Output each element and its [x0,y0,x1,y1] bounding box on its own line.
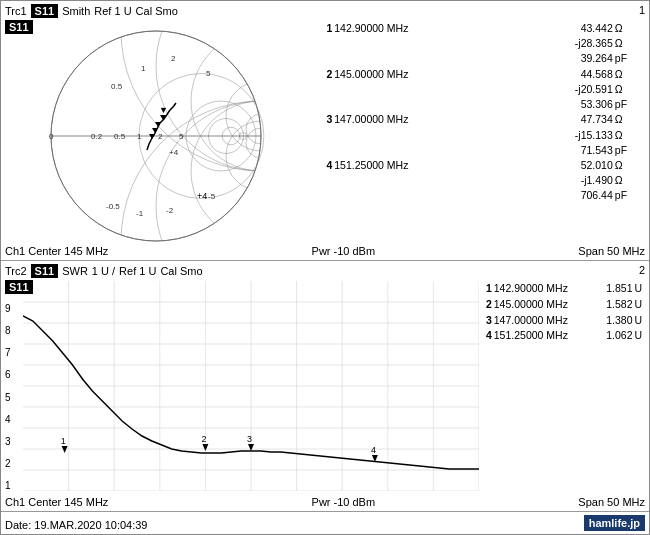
chart-type-top: Smith [62,5,90,17]
main-container: Trc1 S11 Smith Ref 1 U Cal Smo 1 S11 [1,1,649,534]
y-axis-labels: 10 9 8 7 6 5 4 3 2 1 [5,281,25,491]
marker-data-row: 39.264 pF [315,51,645,66]
swr-chart-area: 1 2 3 4 [23,281,479,491]
marker-data-row: -j15.133 Ω [315,128,645,143]
svg-text:▼: ▼ [159,105,168,115]
ch1-footer-bottom: Ch1 Center 145 MHz Pwr -10 dBm Span 50 M… [5,496,645,508]
top-right-data: 1 142.90000 MHz 43.442 Ω -j28.365 Ω 39.2… [311,1,649,260]
y-label-9: 9 [5,303,25,314]
s11-top-chart-badge: S11 [5,20,33,34]
ref-top: Ref 1 U [94,5,131,17]
marker-data-row: 2 145.00000 MHz 44.568 Ω [315,67,645,82]
svg-text:1: 1 [137,132,142,141]
footer-row: Date: 19.MAR.2020 10:04:39 hamlife.jp [1,512,649,534]
marker-data-row: 53.306 pF [315,97,645,112]
smith-chart-area: 0 0.2 0.5 1 2 5 0.5 1 2 5 -5 -2 -1 -0.5 … [1,1,311,260]
svg-text:0: 0 [49,132,54,141]
cal-bottom: Cal Smo [160,265,202,277]
marker-data-row: 1 142.90000 MHz 43.442 Ω [315,21,645,36]
y-label-2: 2 [5,458,25,469]
bottom-header: Trc2 S11 SWR 1 U / Ref 1 U Cal Smo [5,264,203,278]
trc2-label: Trc2 [5,265,27,277]
svg-text:-2: -2 [166,206,174,215]
date-time: Date: 19.MAR.2020 10:04:39 [5,519,147,531]
s11-bottom-badge: S11 [31,264,59,278]
ch1-pwr-top: Pwr -10 dBm [312,245,376,257]
y-label-1: 1 [5,480,25,491]
marker-data-row: -j1.490 Ω [315,173,645,188]
ch1-center-top: Ch1 Center 145 MHz [5,245,108,257]
svg-text:2: 2 [171,54,176,63]
ch1-footer-top: Ch1 Center 145 MHz Pwr -10 dBm Span 50 M… [5,245,645,257]
svg-text:+4: +4 [169,148,179,157]
scale-bottom: 1 U / [92,265,115,277]
svg-text:0.5: 0.5 [114,132,126,141]
chart-type-bottom: SWR [62,265,88,277]
svg-text:5: 5 [206,69,211,78]
ch2-span: Span 50 MHz [578,496,645,508]
marker-data-row: 71.543 pF [315,143,645,158]
y-label-4: 4 [5,414,25,425]
svg-text:4: 4 [371,445,376,455]
swr-marker-row: 3 147.00000 MHz 1.380 U [483,313,645,329]
s11-top-badge: S11 [31,4,59,18]
y-label-3: 3 [5,436,25,447]
marker-data-row: -j28.365 Ω [315,36,645,51]
svg-text:2: 2 [158,132,163,141]
marker-data-row: 4 151.25000 MHz 52.010 Ω [315,158,645,173]
marker-data-row: -j20.591 Ω [315,82,645,97]
y-label-8: 8 [5,325,25,336]
hamlife-badge: hamlife.jp [584,515,645,531]
marker-data-row: 706.44 pF [315,188,645,203]
swr-marker-row: 1 142.90000 MHz 1.851 U [483,281,645,297]
swr-marker-row: 4 151.25000 MHz 1.062 U [483,328,645,344]
smith-chart-svg: 0 0.2 0.5 1 2 5 0.5 1 2 5 -5 -2 -1 -0.5 … [11,21,301,251]
svg-text:-0.5: -0.5 [106,202,120,211]
y-label-5: 5 [5,392,25,403]
svg-text:1: 1 [141,64,146,73]
ch2-center: Ch1 Center 145 MHz [5,496,108,508]
marker-data-row: 3 147.00000 MHz 47.734 Ω [315,112,645,127]
bottom-right-data: 1 142.90000 MHz 1.851 U 2 145.00000 MHz … [483,281,645,344]
svg-text:1: 1 [61,436,66,446]
svg-text:5: 5 [179,132,184,141]
svg-text:-1: -1 [136,209,144,218]
ch1-span-top: Span 50 MHz [578,245,645,257]
ch2-pwr: Pwr -10 dBm [312,496,376,508]
y-label-6: 6 [5,369,25,380]
cal-top: Cal Smo [136,5,178,17]
svg-text:+4: +4 [197,191,207,201]
s11-bottom-chart-badge: S11 [5,280,33,294]
swr-marker-row: 2 145.00000 MHz 1.582 U [483,297,645,313]
svg-text:-5: -5 [208,192,216,201]
bottom-panel: Trc2 S11 SWR 1 U / Ref 1 U Cal Smo 2 S11 [1,261,649,512]
ch2-number: 2 [639,264,645,276]
svg-text:0.5: 0.5 [111,82,123,91]
y-label-7: 7 [5,347,25,358]
svg-text:0.2: 0.2 [91,132,103,141]
trc1-label: Trc1 [5,5,27,17]
svg-text:3: 3 [247,434,252,444]
svg-text:2: 2 [201,434,206,444]
ch1-number: 1 [639,4,645,16]
swr-chart-svg: 1 2 3 4 [23,281,479,491]
top-header: Trc1 S11 Smith Ref 1 U Cal Smo [5,4,178,18]
ref-bottom: Ref 1 U [119,265,156,277]
top-panel: Trc1 S11 Smith Ref 1 U Cal Smo 1 S11 [1,1,649,261]
